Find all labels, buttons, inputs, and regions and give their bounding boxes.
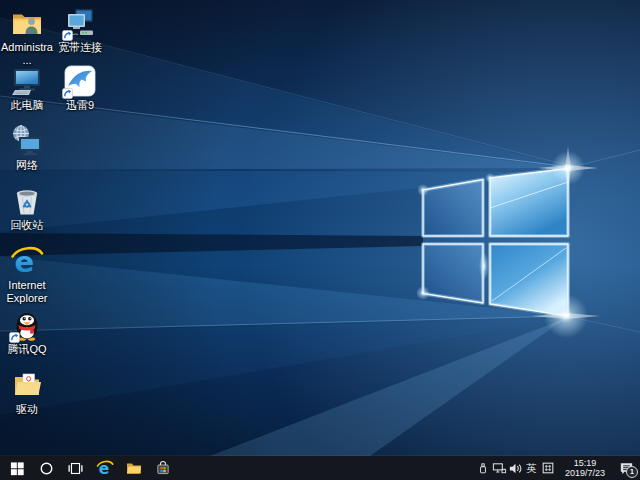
task-view-icon <box>68 461 83 476</box>
windows-start-icon <box>10 461 25 476</box>
shortcut-arrow-overlay-icon <box>9 332 20 343</box>
microsoft-store-icon <box>155 460 171 476</box>
ime-language-text: 英 <box>526 456 537 480</box>
internet-explorer-icon: e <box>96 459 114 477</box>
desktop-icon-tencent-qq[interactable]: 腾讯QQ <box>0 308 54 356</box>
user-folder-icon <box>10 6 44 40</box>
safely-remove-hardware-button[interactable] <box>475 456 491 480</box>
network-icon <box>10 124 44 158</box>
shortcut-arrow-overlay-icon <box>62 30 73 41</box>
desktop-icon-driver-folder[interactable]: 驱动 <box>0 368 54 416</box>
taskbar-clock[interactable]: 15:19 2019/7/23 <box>556 456 614 480</box>
file-explorer-icon <box>126 460 142 476</box>
usb-device-icon <box>476 461 490 475</box>
taskbar-internet-explorer-button[interactable]: e <box>90 456 119 480</box>
desktop-icon-label: 此电脑 <box>11 99 44 112</box>
action-center-button[interactable]: 1 <box>614 456 638 480</box>
ime-grid-icon <box>541 461 555 475</box>
ime-language-indicator[interactable]: 英 <box>523 456 540 480</box>
desktop-icon-internet-explorer[interactable]: e Internet Explorer <box>0 244 54 305</box>
desktop-icon-label: 驱动 <box>16 403 38 416</box>
broadband-connection-icon <box>63 6 97 40</box>
desktop-icon-network[interactable]: 网络 <box>0 124 54 172</box>
tray-time: 15:19 <box>574 458 597 468</box>
desktop-icon-broadband-connection[interactable]: 宽带连接 <box>53 6 107 54</box>
shortcut-arrow-overlay-icon <box>62 88 73 99</box>
cortana-search-button[interactable] <box>32 456 61 480</box>
desktop-icon-label: 回收站 <box>11 219 44 232</box>
desktop-icon-recycle-bin[interactable]: 回收站 <box>0 184 54 232</box>
taskbar: e <box>0 456 640 480</box>
desktop-icon-label: 迅雷9 <box>66 99 94 112</box>
notification-badge: 1 <box>626 466 638 478</box>
desktop-icon-label: 腾讯QQ <box>7 343 46 356</box>
desktop-icon-thunder9[interactable]: 迅雷9 <box>53 64 107 112</box>
desktop-icon-this-pc[interactable]: 此电脑 <box>0 64 54 112</box>
thunder9-icon <box>63 64 97 98</box>
desktop-icon-administrator-folder[interactable]: Administra... <box>0 6 54 67</box>
tencent-qq-icon <box>10 308 44 342</box>
ime-toolbar-button[interactable] <box>540 456 556 480</box>
task-view-button[interactable] <box>61 456 90 480</box>
recycle-bin-icon <box>10 184 44 218</box>
svg-text:e: e <box>98 460 109 477</box>
system-tray: 英 15:19 2019/7/23 1 <box>475 456 640 480</box>
internet-explorer-icon: e <box>10 244 44 278</box>
cortana-circle-icon <box>39 461 54 476</box>
speaker-icon <box>508 461 523 476</box>
volume-button[interactable] <box>507 456 523 480</box>
svg-text:e: e <box>15 245 35 278</box>
taskbar-microsoft-store-button[interactable] <box>148 456 177 480</box>
desktop-icon-label: 网络 <box>16 159 38 172</box>
driver-folder-icon <box>10 368 44 402</box>
taskbar-file-explorer-button[interactable] <box>119 456 148 480</box>
ethernet-network-icon <box>492 461 507 476</box>
network-status-button[interactable] <box>491 456 507 480</box>
start-button[interactable] <box>3 456 32 480</box>
windows-desktop: Administra... 宽带连接 <box>0 0 640 480</box>
this-pc-icon <box>10 64 44 98</box>
tray-date: 2019/7/23 <box>565 468 605 478</box>
taskbar-left-buttons: e <box>0 456 177 480</box>
desktop-icon-label: 宽带连接 <box>58 41 102 54</box>
desktop-icon-label: Internet Explorer <box>0 279 54 305</box>
